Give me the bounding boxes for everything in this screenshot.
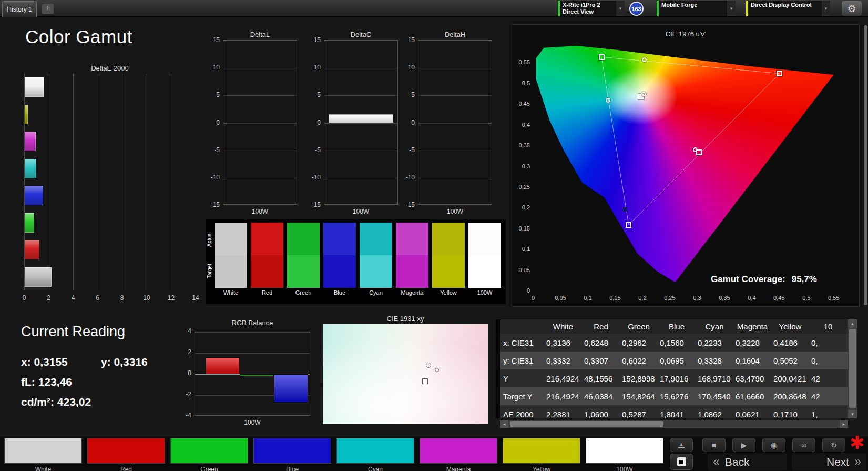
table-cell: 0,	[809, 338, 847, 347]
axis-tick-label: -10	[400, 174, 415, 181]
main-scrollbar[interactable]	[864, 25, 867, 305]
patch-label: 100W	[586, 466, 663, 471]
patch-magenta[interactable]	[420, 438, 497, 464]
next-label: Next	[826, 456, 849, 468]
back-button[interactable]: « Back	[708, 453, 787, 470]
swatch-label: 100W	[468, 289, 501, 296]
swatch-yellow: Yellow	[432, 223, 465, 300]
workflow-label: Mobile Forge	[659, 1, 727, 16]
workflow-selector[interactable]: Mobile Forge ▼	[657, 1, 736, 16]
axis-tick-label: 0,5	[522, 80, 530, 86]
table-header-cell: White	[544, 322, 582, 331]
table-cell: 216,4924	[544, 392, 582, 401]
patch-blue[interactable]	[253, 438, 331, 464]
stop-button[interactable]: ■	[702, 438, 726, 452]
display-control-selector[interactable]: Direct Display Control ▼	[746, 1, 830, 16]
patch-cyan[interactable]	[336, 438, 414, 464]
axis-tick-label: -15	[306, 201, 321, 208]
swatch-actual	[215, 223, 247, 255]
xy-marker-square	[422, 378, 428, 384]
table-cell: 216,4924	[544, 374, 582, 383]
table-cell: 2,2881	[544, 410, 582, 419]
axis-tick-label: 5	[205, 91, 220, 98]
back-label: Back	[725, 456, 750, 468]
axis-tick-label: -5	[306, 146, 321, 154]
patch-green[interactable]	[170, 438, 248, 464]
scroll-down-icon[interactable]: ▼	[848, 410, 857, 418]
table-cell: 42	[809, 374, 847, 383]
window-icon	[677, 457, 686, 466]
scrollbar-thumb[interactable]	[849, 329, 856, 408]
table-cell: 0,3332	[544, 356, 582, 365]
table-header-cell: Green	[620, 322, 658, 331]
table-vertical-scrollbar[interactable]: ▲ ▼	[848, 319, 857, 418]
axis-tick-label: 0,35	[519, 142, 530, 148]
loop-button[interactable]: ∞	[792, 438, 815, 452]
scroll-up-icon[interactable]: ▲	[848, 319, 857, 328]
table-header-cell: Red	[582, 322, 620, 331]
record-icon: ◉	[771, 441, 777, 449]
scroll-right-icon[interactable]: ►	[840, 420, 848, 428]
axis-tick-label: 0,1	[522, 246, 530, 252]
scroll-left-icon[interactable]: ◄	[500, 420, 508, 428]
deltae-plot	[24, 74, 196, 290]
eject-icon-bar	[678, 447, 685, 448]
actual-row-label: Actual	[207, 224, 213, 255]
play-button[interactable]: ▶	[732, 438, 755, 452]
gear-icon: ⚙	[847, 3, 856, 15]
meter-selector[interactable]: X-Rite i1Pro 2 Direct View ▼	[558, 1, 625, 16]
axis-tick-label: 0,5	[796, 295, 817, 301]
patch-label: Magenta	[420, 466, 497, 471]
cie-marker-magenta-measured	[693, 147, 698, 152]
patch-white[interactable]	[4, 438, 82, 464]
table-cell: 0,6248	[582, 338, 620, 347]
axis-tick-label: 2	[178, 348, 191, 356]
table-cell: 0,1560	[658, 338, 696, 347]
table-horizontal-scrollbar[interactable]: ◄ ►	[500, 420, 848, 428]
table-cell: 63,4790	[733, 374, 771, 383]
cie-marker-white-measured	[641, 92, 646, 96]
patch-red[interactable]	[87, 438, 165, 464]
deltae-bar-100w	[25, 267, 52, 287]
axis-tick-label: 0	[527, 287, 530, 294]
patch-100w[interactable]	[586, 438, 663, 464]
axis-tick-label: 0,1	[577, 295, 598, 301]
table-cell: 200,8648	[771, 392, 809, 401]
patch-yellow[interactable]	[503, 438, 580, 464]
axis-label: 100W	[195, 419, 310, 426]
deltae-bar-green	[25, 213, 34, 233]
scrollbar-thumb[interactable]	[510, 421, 663, 427]
table-cell: 1,8041	[658, 410, 696, 419]
refresh-button[interactable]: ↻	[822, 438, 845, 452]
settings-button[interactable]: ⚙	[842, 1, 862, 16]
swatch-actual	[287, 223, 320, 255]
deltal-plot	[223, 40, 297, 205]
tab-history[interactable]: History 1	[2, 1, 37, 17]
window-pattern-button[interactable]	[670, 454, 693, 470]
axis-tick-label: 10	[306, 64, 321, 71]
patch-label: Green	[170, 466, 248, 471]
row-label: y: CIE31	[500, 356, 544, 365]
swatch-actual	[323, 223, 356, 255]
popup-button[interactable]: ▲	[670, 438, 693, 452]
swatch-label: Red	[251, 289, 283, 296]
table-cell: 17,9016	[658, 374, 696, 383]
swatch-strip: Actual Target WhiteRedGreenBlueCyanMagen…	[206, 219, 506, 304]
refresh-icon: ↻	[831, 441, 837, 449]
record-button[interactable]: ◉	[762, 438, 785, 452]
axis-tick-label: 6	[92, 294, 104, 302]
next-button[interactable]: Next »	[792, 453, 866, 470]
table-cell: 0,2962	[620, 338, 658, 347]
add-tab-button[interactable]: +	[42, 4, 54, 14]
page-title: Color Gamut	[25, 26, 132, 47]
axis-tick-label: 10	[400, 64, 415, 71]
swatch-target	[287, 255, 320, 288]
axis-tick-label: -5	[205, 146, 220, 154]
table-cell: 1,	[809, 410, 847, 419]
patch-label: Blue	[253, 466, 331, 471]
deltae-bar-cyan	[25, 159, 36, 178]
cie-marker-red-target	[777, 71, 782, 76]
swatch-target	[360, 255, 392, 288]
swatch-label: Yellow	[432, 289, 465, 296]
axis-tick-label: 0	[523, 295, 544, 301]
